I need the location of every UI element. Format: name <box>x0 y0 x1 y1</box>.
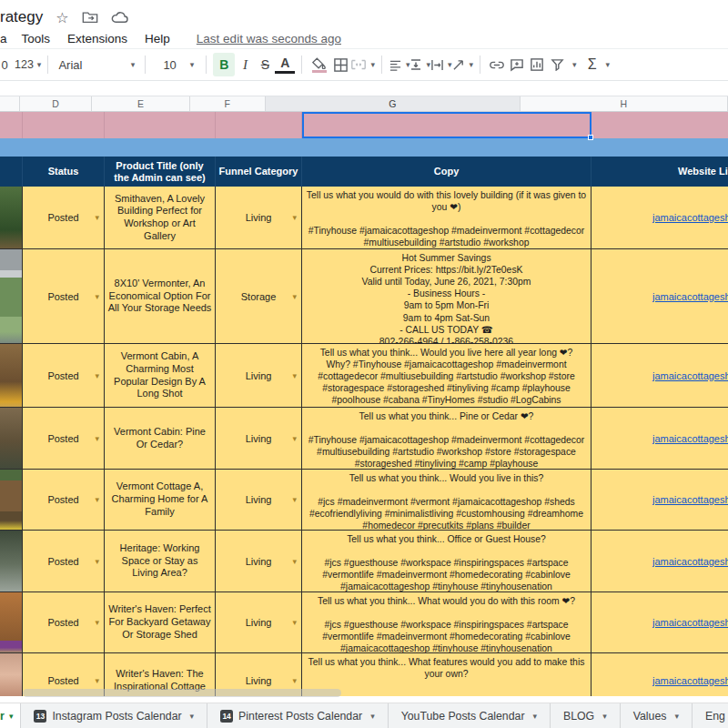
status-cell[interactable]: Posted▾ <box>23 249 105 344</box>
product-title-cell[interactable]: Vermont Cabin: Pine Or Cedar? <box>105 408 216 470</box>
cell[interactable] <box>105 112 216 138</box>
dropdown-arrow-icon[interactable]: ▾ <box>95 618 99 627</box>
dropdown-arrow-icon[interactable]: ▾ <box>95 434 99 443</box>
copy-cell[interactable]: Tell us what you think... Would you live… <box>302 470 592 531</box>
thumbnail-cell[interactable] <box>0 344 23 408</box>
star-icon[interactable]: ☆ <box>56 9 68 26</box>
thumbnail-cell[interactable] <box>0 470 23 531</box>
dropdown-arrow-icon[interactable]: ▾ <box>95 292 99 301</box>
column-header[interactable]: H <box>521 96 728 111</box>
thumbnail-cell[interactable] <box>0 187 23 249</box>
chevron-down-icon[interactable]: ▾ <box>532 712 537 721</box>
status-cell[interactable]: Posted▾ <box>23 592 105 653</box>
product-title-cell[interactable]: Writer's Haven: Perfect For Backyard Get… <box>105 592 216 653</box>
product-title-cell[interactable]: 8X10' Vermonter, An Economical Option Fo… <box>105 249 216 344</box>
decrease-decimal-icon[interactable]: 0 <box>0 53 15 76</box>
product-title-cell[interactable]: Heritage: Working Space or Stay as Livin… <box>105 531 216 592</box>
vertical-align-icon[interactable]: ▾ <box>410 53 430 76</box>
column-header[interactable]: G <box>266 96 520 111</box>
header-cell-image[interactable] <box>0 157 23 187</box>
website-link[interactable]: jamaicacottagesh <box>652 494 728 505</box>
strikethrough-button[interactable]: S <box>255 53 275 76</box>
website-link[interactable]: jamaicacottagesh <box>652 556 728 567</box>
copy-cell[interactable]: Tell us what you think... Pine or Cedar … <box>302 408 592 470</box>
merge-cells-icon[interactable]: ▾ <box>350 53 375 76</box>
document-title[interactable]: rategy <box>0 8 43 26</box>
product-title-cell[interactable]: Smithaven, A Lovely Building Perfect for… <box>105 187 216 249</box>
dropdown-arrow-icon[interactable]: ▾ <box>292 292 297 301</box>
cell[interactable] <box>0 112 23 138</box>
bold-button[interactable]: B <box>213 53 235 76</box>
insert-comment-icon[interactable] <box>507 53 527 76</box>
funnel-category-cell[interactable]: Living▾ <box>216 187 302 249</box>
funnel-category-cell[interactable]: Living▾ <box>216 531 302 592</box>
dropdown-arrow-icon[interactable]: ▾ <box>292 618 297 627</box>
dropdown-arrow-icon[interactable]: ▾ <box>95 371 99 380</box>
funnel-category-cell[interactable]: Living▾ <box>216 470 302 531</box>
thumbnail-cell[interactable] <box>0 249 23 344</box>
dropdown-arrow-icon[interactable]: ▾ <box>292 495 297 504</box>
website-link-cell[interactable]: jamaicacottagesh <box>592 187 728 249</box>
fill-color-icon[interactable] <box>308 53 330 76</box>
copy-cell[interactable]: Tell us what you think... Would you live… <box>302 344 592 408</box>
sheet-tab[interactable]: 14 Pinterest Posts Calendar ▾ <box>207 703 388 728</box>
functions-button[interactable]: Σ <box>582 53 602 76</box>
menu-extensions[interactable]: Extensions <box>67 32 127 46</box>
header-cell-website-link[interactable]: Website Lin <box>592 157 728 187</box>
website-link-cell[interactable]: jamaicacottagesh <box>592 470 728 531</box>
column-header[interactable]: E <box>92 96 189 111</box>
number-format-button[interactable]: 123▾ <box>15 53 41 76</box>
status-cell[interactable]: Posted▾ <box>23 344 105 408</box>
funnel-category-cell[interactable]: Storage▾ <box>216 249 302 344</box>
copy-cell[interactable]: Hot Summer Savings Current Prices: https… <box>302 249 592 344</box>
copy-cell[interactable]: Tell us what you think... What would you… <box>302 592 592 653</box>
header-cell-product-title[interactable]: Product Title (only the Admin can see) <box>105 157 216 187</box>
chevron-down-icon[interactable]: ▾ <box>572 60 577 69</box>
website-link[interactable]: jamaicacottagesh <box>652 370 728 381</box>
header-cell-funnel-category[interactable]: Funnel Category <box>216 157 302 187</box>
website-link[interactable]: jamaicacottagesh <box>652 617 728 628</box>
dropdown-arrow-icon[interactable]: ▾ <box>95 676 99 685</box>
website-link[interactable]: jamaicacottagesh <box>652 212 728 223</box>
font-family-select[interactable]: Arial▾ <box>55 53 138 76</box>
text-wrap-icon[interactable]: ▾ <box>430 53 452 76</box>
dropdown-arrow-icon[interactable]: ▾ <box>292 676 297 685</box>
product-title-cell[interactable]: Vermont Cabin, A Charming Most Popular D… <box>105 344 216 408</box>
status-cell[interactable]: Posted▾ <box>23 408 105 470</box>
header-cell-status[interactable]: Status <box>23 157 105 187</box>
dropdown-arrow-icon[interactable]: ▾ <box>292 213 297 222</box>
sheet-tab[interactable]: Values ▾ <box>620 703 692 728</box>
dropdown-arrow-icon[interactable]: ▾ <box>292 557 297 566</box>
italic-button[interactable]: I <box>235 53 255 76</box>
filter-icon[interactable] <box>547 53 567 76</box>
insert-chart-icon[interactable] <box>527 53 547 76</box>
chevron-down-icon[interactable]: ▾ <box>190 712 195 721</box>
website-link-cell[interactable]: jamaicacottagesh <box>592 344 728 408</box>
horizontal-scrollbar[interactable] <box>23 689 341 697</box>
chevron-down-icon[interactable]: ▾ <box>370 712 375 721</box>
column-header[interactable]: D <box>20 96 92 111</box>
font-size-select[interactable]: 10▾ <box>157 53 199 76</box>
last-edit-link[interactable]: Last edit was seconds ago <box>197 32 341 46</box>
borders-icon[interactable] <box>330 53 350 76</box>
sheet-tab[interactable]: BLOG ▾ <box>550 703 620 728</box>
menu-data-partial[interactable]: a <box>0 32 7 46</box>
funnel-category-cell[interactable]: Living▾ <box>216 408 302 470</box>
website-link[interactable]: jamaicacottagesh <box>652 433 728 444</box>
copy-cell[interactable]: Tell us what you think... Office or Gues… <box>302 531 592 592</box>
website-link-cell[interactable]: jamaicacottagesh <box>592 531 728 592</box>
column-header-corner[interactable] <box>0 96 20 111</box>
dropdown-arrow-icon[interactable]: ▾ <box>95 495 99 504</box>
chevron-down-icon[interactable]: ▾ <box>602 712 607 721</box>
sheet-tab[interactable]: 13 Instagram Posts Calendar ▾ <box>20 703 207 728</box>
cell[interactable] <box>23 112 105 138</box>
thumbnail-cell[interactable] <box>0 592 23 653</box>
website-link-cell[interactable]: jamaicacottagesh <box>592 408 728 470</box>
website-link-cell[interactable]: jamaicacottagesh <box>592 592 728 653</box>
sheet-tab[interactable]: YouTube Posts Calendar ▾ <box>388 703 550 728</box>
selected-cell[interactable] <box>302 112 592 138</box>
insert-link-icon[interactable] <box>487 53 507 76</box>
thumbnail-cell[interactable] <box>0 408 23 470</box>
text-color-button[interactable]: A <box>275 56 295 74</box>
active-sheet-tab-partial[interactable]: r ▾ <box>0 703 20 728</box>
